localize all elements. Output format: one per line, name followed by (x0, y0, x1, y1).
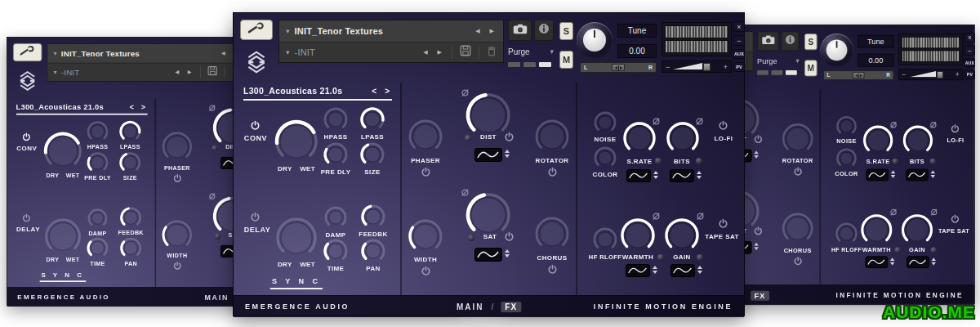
purge-dropdown[interactable]: Purge ▾ (757, 56, 800, 66)
rotator-power-icon[interactable] (793, 167, 803, 177)
mute-button[interactable]: M (804, 60, 817, 76)
tab-main[interactable]: MAIN (204, 293, 229, 302)
volume-handle[interactable] (937, 71, 943, 78)
gain-shape-stepper[interactable] (931, 258, 936, 265)
gain-knob[interactable] (901, 213, 933, 246)
gain-shape-display[interactable] (906, 256, 929, 268)
tune-knob[interactable] (820, 34, 853, 66)
srate-shape-display[interactable] (626, 169, 651, 182)
delay-dry-wet-knob[interactable] (275, 217, 318, 259)
time-knob[interactable] (86, 236, 109, 259)
snapshot-view-button[interactable] (757, 31, 779, 51)
volume-slider[interactable]: − + (662, 60, 732, 73)
lofi-power-icon[interactable] (950, 123, 960, 133)
conv-dry-wet-knob[interactable] (43, 132, 82, 171)
pan-handle[interactable] (612, 64, 625, 71)
time-knob[interactable] (323, 238, 349, 264)
srate-phase-icon[interactable] (652, 117, 661, 126)
chorus-power-icon[interactable] (793, 256, 803, 266)
gain-shape-stepper[interactable] (697, 266, 702, 274)
chorus-power-icon[interactable] (547, 264, 558, 275)
hf-rolloff-knob[interactable] (592, 226, 618, 253)
rotator-knob[interactable] (534, 119, 570, 155)
dist-shape-stepper[interactable] (505, 150, 510, 158)
width-knob[interactable] (408, 218, 443, 254)
prev-snapshot-button[interactable]: ◀ (421, 49, 430, 56)
warmth-knob[interactable] (860, 213, 893, 246)
bits-phase-icon[interactable] (695, 117, 704, 126)
next-snapshot-button[interactable]: ▶ (185, 69, 194, 75)
sat-shape-stepper[interactable] (754, 243, 759, 250)
phaser-knob[interactable] (408, 119, 443, 155)
snapshot-row[interactable]: ▾ -INIT ◀ ▶ (47, 63, 245, 81)
volume-minus[interactable]: − (902, 71, 906, 78)
dropdown-caret-icon[interactable]: ▾ (286, 48, 290, 56)
solo-button[interactable]: S (804, 34, 817, 50)
color-knob[interactable] (835, 147, 858, 170)
bits-knob[interactable] (902, 124, 934, 156)
aux-button[interactable]: AUX (964, 58, 975, 67)
delay-power-icon[interactable] (250, 212, 261, 222)
delete-snapshot-icon[interactable] (487, 45, 497, 60)
instrument-row[interactable]: ▾ INIT_Tenor Textures ◀ ▶ (279, 20, 503, 42)
ir-next-button[interactable]: > (382, 87, 392, 96)
conv-dry-wet-knob[interactable] (274, 119, 318, 164)
aux-button[interactable]: AUX (733, 49, 745, 59)
volume-handle[interactable] (703, 63, 710, 71)
lpass-knob[interactable] (359, 106, 385, 132)
delay-power-icon[interactable] (22, 213, 32, 223)
save-snapshot-icon[interactable] (207, 65, 217, 78)
instrument-name[interactable]: INIT_Tenor Textures (61, 49, 140, 58)
noise-knob[interactable] (593, 110, 617, 135)
pan-handle[interactable] (853, 72, 865, 78)
ir-prev-button[interactable]: < (369, 87, 379, 96)
prev-instrument-button[interactable]: ◀ (219, 51, 227, 56)
srate-shape-stepper[interactable] (891, 170, 896, 177)
instrument-name[interactable]: INIT_Tenor Textures (295, 26, 384, 36)
edit-button[interactable] (13, 43, 42, 61)
width-knob[interactable] (161, 219, 193, 251)
rotator-power-icon[interactable] (547, 167, 558, 177)
warmth-shape-display[interactable] (866, 256, 889, 268)
chorus-knob[interactable] (781, 212, 813, 244)
rotator-knob[interactable] (781, 123, 813, 155)
srate-shape-display[interactable] (866, 169, 889, 181)
sat-power-icon[interactable] (753, 226, 763, 236)
impulse-response-selector[interactable]: L300_Acousticas 21.0s < > (243, 86, 392, 101)
bits-shape-stepper[interactable] (697, 171, 702, 179)
impulse-response-selector[interactable]: L300_Acousticas 21.0s < > (16, 102, 148, 115)
dropdown-caret-icon[interactable]: ▾ (54, 69, 57, 76)
mute-button[interactable]: M (559, 51, 573, 69)
pv-button[interactable]: PV (733, 62, 745, 72)
pv-button[interactable]: PV (964, 70, 975, 79)
tab-fx[interactable]: FX (751, 290, 769, 300)
volume-plus[interactable]: + (724, 63, 728, 71)
dist-power-icon[interactable] (504, 132, 514, 142)
save-snapshot-icon[interactable] (460, 45, 471, 60)
minimize-button[interactable]: − (964, 46, 975, 56)
info-button[interactable] (534, 20, 554, 41)
chorus-knob[interactable] (534, 216, 570, 252)
color-knob[interactable] (593, 146, 617, 170)
size-knob[interactable] (118, 151, 141, 174)
volume-plus[interactable]: + (956, 71, 960, 78)
srate-phase-icon[interactable] (889, 121, 898, 129)
close-button[interactable]: × (964, 33, 975, 43)
sat-power-icon[interactable] (504, 231, 514, 242)
feedback-knob[interactable] (360, 204, 386, 230)
ir-next-button[interactable]: > (139, 103, 147, 111)
sample-rate-knob[interactable] (622, 121, 657, 155)
delay-pan-knob[interactable] (360, 238, 386, 264)
next-snapshot-button[interactable]: ▶ (435, 49, 444, 56)
tapesat-power-icon[interactable] (950, 214, 960, 224)
sat-shape-stepper[interactable] (505, 249, 510, 258)
size-knob[interactable] (359, 141, 385, 168)
ir-name[interactable]: L300_Acousticas 21.0s (243, 86, 342, 96)
delay-dry-wet-knob[interactable] (44, 217, 82, 255)
bits-shape-display[interactable] (906, 169, 929, 181)
warmth-shape-stepper[interactable] (653, 266, 657, 274)
volume-slider[interactable]: − + (898, 69, 963, 80)
warmth-knob[interactable] (620, 217, 656, 253)
dropdown-caret-icon[interactable]: ▾ (286, 27, 290, 35)
tapesat-power-icon[interactable] (718, 218, 728, 229)
